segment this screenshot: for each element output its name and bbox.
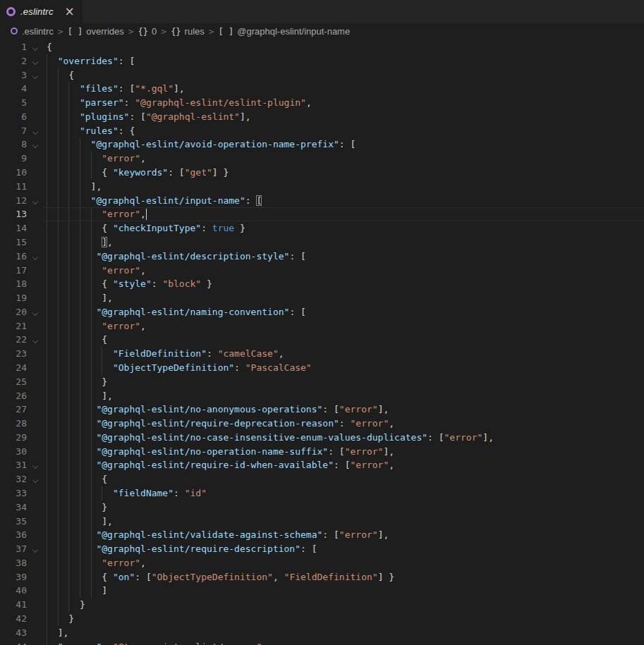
line-number: 34 (0, 500, 27, 515)
line-number: 11 (0, 180, 27, 194)
line-number: 17 (0, 264, 27, 278)
line-number: 42 (0, 612, 27, 626)
code-line[interactable]: 39 { "on": ["ObjectTypeDefinition", "Fie… (0, 570, 644, 584)
chevron-down-icon[interactable] (32, 463, 38, 469)
text-cursor (146, 209, 147, 220)
chevron-down-icon[interactable] (32, 198, 38, 204)
code-line[interactable]: 25 } (0, 375, 644, 389)
line-number: 21 (0, 319, 27, 333)
code-line[interactable]: 22 { (0, 333, 644, 347)
chevron-down-icon[interactable] (32, 128, 38, 134)
line-number: 2 (0, 54, 27, 68)
code-line[interactable]: 5 "parser": "@graphql-eslint/eslint-plug… (0, 96, 644, 110)
tab-bar: .eslintrc × (0, 0, 644, 23)
code-line[interactable]: 34 } (0, 500, 644, 515)
breadcrumb-item-file[interactable]: .eslintrc (22, 26, 54, 37)
chevron-down-icon[interactable] (32, 254, 38, 259)
breadcrumb-item[interactable]: rules (185, 26, 205, 37)
code-line[interactable]: 35 ], (0, 515, 644, 529)
line-number: 20 (0, 305, 27, 319)
chevron-right-icon: > (128, 26, 134, 37)
chevron-down-icon[interactable] (32, 338, 38, 343)
code-line[interactable]: 10 { "keywords": ["get"] } (0, 166, 644, 180)
line-number: 26 (0, 389, 27, 403)
line-number: 35 (0, 515, 27, 529)
line-number: 36 (0, 528, 27, 542)
chevron-down-icon[interactable] (32, 477, 38, 483)
code-line[interactable]: 43 ], (0, 626, 644, 640)
code-line[interactable]: 21 "error", (0, 319, 644, 333)
line-number: 9 (0, 152, 27, 166)
code-editor[interactable]: 1{2 "overrides": [3 {4 "files": ["*.gql"… (0, 39, 644, 645)
code-line[interactable]: 18 { "style": "block" } (0, 277, 644, 291)
code-line[interactable]: 37 "@graphql-eslint/require-description"… (0, 542, 644, 556)
chevron-down-icon[interactable] (32, 73, 38, 78)
line-number: 40 (0, 584, 27, 598)
code-line[interactable]: 38 "error", (0, 556, 644, 570)
line-number: 13 (0, 207, 27, 221)
code-line[interactable]: 3 { (0, 68, 644, 82)
chevron-down-icon[interactable] (32, 547, 38, 553)
eslint-breadcrumb-icon (11, 27, 18, 35)
code-line[interactable]: 11 ], (0, 180, 644, 194)
eslint-file-icon (6, 7, 16, 16)
code-line[interactable]: 13 "error", (0, 207, 644, 221)
code-line[interactable]: 40 ] (0, 584, 644, 598)
code-line[interactable]: 31 "@graphql-eslint/require-id-when-avai… (0, 458, 644, 472)
tab-title: .eslintrc (20, 6, 54, 17)
chevron-down-icon[interactable] (32, 45, 38, 51)
code-line[interactable]: 6 "plugins": ["@graphql-eslint"], (0, 110, 644, 124)
line-number: 5 (0, 96, 27, 110)
chevron-down-icon[interactable] (32, 142, 38, 148)
code-line[interactable]: 29 "@graphql-eslint/no-case-insensitive-… (0, 431, 644, 445)
chevron-right-icon: > (58, 26, 63, 37)
code-line[interactable]: 20 "@graphql-eslint/naming-convention": … (0, 305, 644, 319)
line-number: 4 (0, 82, 27, 96)
code-line[interactable]: 8 "@graphql-eslint/avoid-operation-name-… (0, 137, 644, 152)
line-number: 24 (0, 361, 27, 375)
code-line[interactable]: 27 "@graphql-eslint/no-anonymous-operati… (0, 403, 644, 417)
chevron-down-icon[interactable] (32, 59, 38, 65)
line-number: 1 (0, 40, 27, 54)
code-line[interactable]: 30 "@graphql-eslint/no-operation-name-su… (0, 445, 644, 459)
code-line[interactable]: 15 ], (0, 235, 644, 250)
line-number: 44 (0, 640, 27, 645)
line-number: 15 (0, 235, 27, 250)
close-icon[interactable]: × (65, 6, 75, 18)
code-line[interactable]: 33 "fieldName": "id" (0, 486, 644, 500)
code-line[interactable]: 1{ (0, 40, 644, 54)
code-line[interactable]: 26 ], (0, 389, 644, 403)
chevron-down-icon[interactable] (32, 310, 38, 316)
code-line[interactable]: 14 { "checkInputType": true } (0, 221, 644, 235)
code-line[interactable]: 9 "error", (0, 152, 644, 166)
symbol-kind-icon: {} (138, 27, 148, 37)
line-number: 18 (0, 277, 27, 291)
code-line[interactable]: 44 "parser": "@typescript-eslint/parser" (0, 640, 644, 645)
code-line[interactable]: 32 { (0, 472, 644, 486)
breadcrumb-item[interactable]: @graphql-eslint/input-name (237, 26, 350, 37)
code-line[interactable]: 24 "ObjectTypeDefinition": "PascalCase" (0, 361, 644, 375)
code-line[interactable]: 4 "files": ["*.gql"], (0, 82, 644, 96)
code-line[interactable]: 36 "@graphql-eslint/validate-against-sch… (0, 528, 644, 542)
code-line[interactable]: 2 "overrides": [ (0, 54, 644, 68)
code-line[interactable]: 16 "@graphql-eslint/description-style": … (0, 250, 644, 264)
code-line[interactable]: 7 "rules": { (0, 124, 644, 138)
code-line[interactable]: 28 "@graphql-eslint/require-deprecation-… (0, 417, 644, 431)
line-number: 32 (0, 472, 27, 486)
tab-eslintrc[interactable]: .eslintrc × (0, 0, 83, 23)
breadcrumb-item[interactable]: 0 (152, 26, 157, 37)
code-line[interactable]: 41 } (0, 598, 644, 612)
code-line[interactable]: 19 ], (0, 291, 644, 305)
chevron-right-icon: > (161, 26, 166, 37)
code-line[interactable]: 17 "error", (0, 264, 644, 278)
line-number: 29 (0, 431, 27, 445)
line-number: 23 (0, 347, 27, 361)
line-number: 43 (0, 626, 27, 640)
code-line[interactable]: 42 } (0, 612, 644, 626)
breadcrumb-item[interactable]: overrides (86, 26, 123, 37)
code-line[interactable]: 23 "FieldDefinition": "camelCase", (0, 347, 644, 361)
code-line[interactable]: 12 "@graphql-eslint/input-name": [ (0, 194, 644, 208)
breadcrumb: .eslintrc >[ ]overrides>{}0>{}rules>[ ]@… (0, 23, 644, 39)
bracket-match: [ (256, 195, 262, 206)
symbol-kind-icon: [ ] (68, 27, 83, 37)
